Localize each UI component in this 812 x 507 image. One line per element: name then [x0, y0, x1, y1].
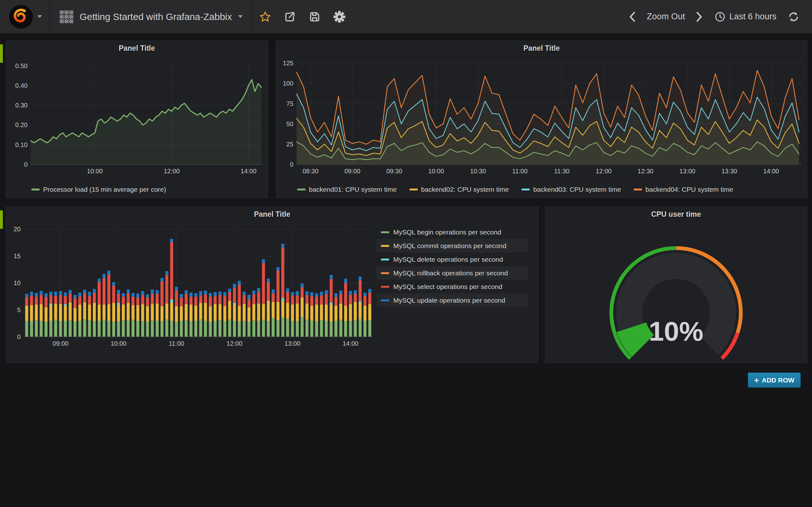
svg-text:09:30: 09:30: [386, 168, 402, 175]
panel-cpu-user-time: CPU user time 10%: [545, 207, 807, 363]
cpu-user-time-gauge: 10%: [545, 222, 807, 363]
svg-text:5: 5: [17, 306, 20, 314]
chevron-right-icon: [696, 12, 703, 22]
legend-item[interactable]: backend02: CPU system time: [409, 186, 509, 193]
svg-text:10:30: 10:30: [470, 168, 486, 175]
legend-label: MySQL begin operations per second: [393, 228, 501, 236]
row-menu-strip[interactable]: [0, 44, 3, 63]
legend-color-dash: [381, 299, 389, 301]
dashboard-title: Getting Started with Grafana-Zabbix: [80, 11, 232, 22]
legend-label: Processor load (15 min average per core): [43, 186, 166, 193]
star-icon: [259, 11, 271, 23]
legend-item[interactable]: MySQL rollback operations per second: [376, 266, 528, 280]
add-row-label: ADD ROW: [762, 377, 795, 384]
legend-item[interactable]: MySQL commit operations per second: [376, 239, 528, 252]
time-back-button[interactable]: [624, 0, 641, 33]
svg-text:11:00: 11:00: [169, 340, 184, 347]
gear-icon: [334, 11, 345, 23]
share-icon: [284, 11, 296, 23]
panel-title[interactable]: Panel Title: [276, 41, 807, 55]
share-button[interactable]: [277, 0, 302, 33]
svg-text:13:30: 13:30: [721, 168, 737, 175]
legend-color-dash: [381, 245, 389, 247]
legend-item[interactable]: Processor load (15 min average per core): [32, 186, 166, 193]
chevron-down-icon: [238, 15, 243, 18]
refresh-icon: [788, 11, 799, 22]
legend-item[interactable]: backend03: CPU system time: [521, 186, 621, 193]
save-button[interactable]: [302, 0, 327, 33]
legend-label: MySQL select operations per second: [393, 283, 502, 291]
dashboard-title-button[interactable]: Getting Started with Grafana-Zabbix: [50, 0, 252, 33]
clock-icon: [715, 11, 725, 22]
time-range-label: Last 6 hours: [729, 12, 776, 21]
time-forward-button[interactable]: [691, 0, 708, 33]
legend-label: MySQL commit operations per second: [393, 242, 506, 250]
panel-title[interactable]: CPU user time: [545, 207, 807, 222]
svg-text:12:00: 12:00: [596, 168, 612, 175]
legend-color-dash: [409, 188, 418, 190]
legend-label: MySQL update operations per second: [393, 297, 505, 304]
save-icon: [309, 11, 321, 23]
svg-text:0: 0: [17, 333, 20, 340]
plus-icon: +: [754, 376, 759, 384]
legend-item[interactable]: MySQL begin operations per second: [376, 225, 528, 239]
panel-title[interactable]: Panel Title: [6, 207, 538, 222]
svg-text:14:00: 14:00: [763, 168, 779, 175]
svg-text:08:30: 08:30: [303, 168, 318, 175]
navbar-right: Zoom Out Last 6 hours: [624, 0, 812, 33]
mysql-operations-chart: 09:0010:0011:0012:0013:0014:0005101520: [6, 222, 377, 349]
grafana-logo-button[interactable]: [0, 0, 49, 33]
svg-text:11:30: 11:30: [554, 168, 570, 175]
legend-color-dash: [381, 272, 389, 274]
zoom-out-button[interactable]: Zoom Out: [642, 12, 689, 21]
panel-legend: backend01: CPU system timebackend02: CPU…: [297, 186, 733, 193]
panel-legend: Processor load (15 min average per core): [32, 186, 166, 193]
svg-text:12:00: 12:00: [226, 340, 242, 347]
refresh-button[interactable]: [783, 0, 804, 33]
legend-item[interactable]: backend04: CPU system time: [634, 186, 733, 193]
grafana-logo-icon: [8, 3, 34, 30]
panel-cpu-system-time: Panel Title 08:3009:0009:3010:0010:3011:…: [276, 41, 807, 198]
processor-load-chart: 10:0012:0014:0000.100.200.300.400.50: [6, 55, 268, 176]
svg-text:09:00: 09:00: [53, 340, 68, 347]
svg-text:0.20: 0.20: [15, 121, 28, 128]
legend-item[interactable]: MySQL delete operations per second: [376, 252, 528, 266]
svg-text:0: 0: [24, 161, 28, 168]
add-row-button[interactable]: + ADD ROW: [748, 373, 801, 388]
svg-text:09:00: 09:00: [345, 168, 360, 175]
svg-text:0.30: 0.30: [15, 102, 28, 109]
svg-text:13:00: 13:00: [285, 340, 300, 347]
legend-color-dash: [381, 231, 389, 233]
settings-button[interactable]: [327, 0, 352, 33]
svg-text:100: 100: [283, 80, 293, 87]
svg-text:10:00: 10:00: [87, 168, 103, 175]
svg-text:15: 15: [14, 252, 20, 260]
legend-color-dash: [297, 188, 305, 190]
panel-legend: MySQL begin operations per secondMySQL c…: [376, 225, 528, 307]
panel-mysql-operations: Panel Title 09:0010:0011:0012:0013:0014:…: [6, 207, 539, 363]
svg-text:12:30: 12:30: [638, 168, 653, 175]
legend-label: backend03: CPU system time: [533, 186, 621, 193]
cpu-system-time-chart: 08:3009:0009:3010:0010:3011:0011:3012:00…: [276, 55, 807, 176]
row-menu-strip[interactable]: [0, 210, 3, 229]
panel-title[interactable]: Panel Title: [6, 41, 268, 55]
legend-color-dash: [521, 188, 530, 190]
svg-text:10%: 10%: [649, 316, 703, 346]
legend-color-dash: [32, 188, 40, 190]
star-button[interactable]: [253, 0, 277, 33]
legend-color-dash: [381, 259, 389, 261]
svg-text:12:00: 12:00: [164, 168, 180, 175]
legend-item[interactable]: MySQL update operations per second: [376, 293, 528, 307]
legend-item[interactable]: MySQL select operations per second: [376, 280, 528, 293]
svg-text:0.50: 0.50: [15, 62, 28, 69]
svg-text:20: 20: [14, 226, 20, 233]
svg-text:10:00: 10:00: [428, 168, 444, 175]
legend-label: backend04: CPU system time: [646, 186, 733, 193]
dashboard-grid-icon: [60, 10, 73, 23]
legend-item[interactable]: backend01: CPU system time: [297, 186, 397, 193]
svg-text:0.10: 0.10: [15, 141, 28, 148]
time-range-button[interactable]: Last 6 hours: [710, 11, 781, 22]
svg-text:0.40: 0.40: [15, 82, 28, 89]
svg-text:13:00: 13:00: [679, 168, 695, 175]
svg-text:75: 75: [287, 100, 293, 107]
